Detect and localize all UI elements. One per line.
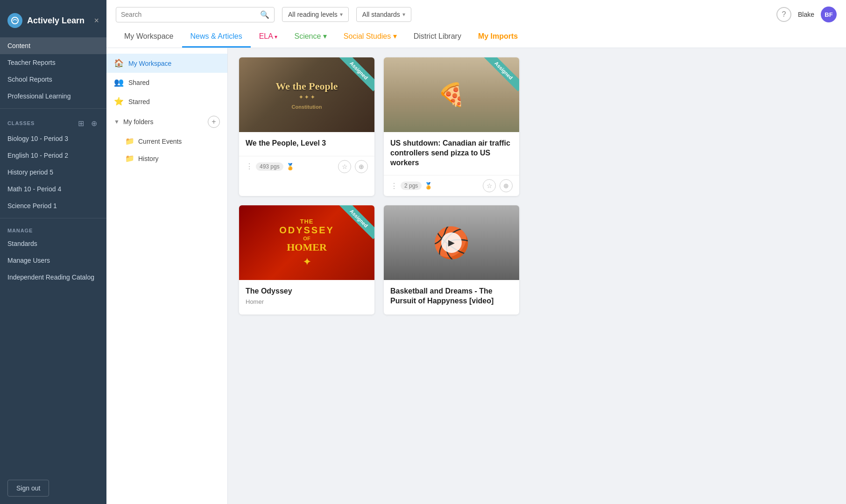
card-body-we-the-people: We the People, Level 3 — [239, 132, 374, 156]
card-title-us-shutdown: US shutdown: Canadian air traffic contro… — [390, 139, 513, 168]
card-image-odyssey: THE ODYSSEY OF HOMER ✦ — [239, 205, 374, 280]
card-body-odyssey: The Odyssey Homer — [239, 280, 374, 315]
panel-item-history[interactable]: 📁 History — [106, 150, 227, 167]
sidebar-item-manage-users[interactable]: Manage Users — [0, 252, 106, 269]
sidebar-item-content[interactable]: Content — [0, 37, 106, 54]
we-the-people-menu-icon[interactable]: ⋮ — [246, 162, 253, 171]
reading-level-arrow-icon: ▾ — [340, 11, 343, 18]
topbar-row1: 🔍 All reading levels ▾ All standards ▾ ?… — [116, 7, 837, 22]
help-icon[interactable]: ? — [776, 7, 791, 22]
card-footer-us-shutdown: ⋮ 2 pgs 🏅 ☆ ⊕ — [384, 175, 519, 196]
assigned-ribbon-odyssey — [332, 205, 374, 247]
card-image-basketball: 🏀 ▶ — [384, 205, 519, 280]
tab-news-articles[interactable]: News & Articles — [182, 28, 251, 48]
card-subtitle-odyssey: Homer — [246, 298, 368, 305]
topbar: 🔍 All reading levels ▾ All standards ▾ ?… — [106, 0, 846, 48]
tab-science[interactable]: Science ▾ — [286, 28, 335, 48]
sidebar-item-teacher-reports-label: Teacher Reports — [7, 59, 56, 66]
sidebar-header: Actively Learn × — [0, 0, 106, 37]
card-us-shutdown[interactable]: 🍕 US shutdown: Canadian air traffic cont… — [384, 57, 519, 196]
sidebar-item-english-label: English 10 - Period 2 — [7, 152, 68, 159]
history-folder-icon: 📁 — [125, 154, 134, 163]
assigned-ribbon-us-shutdown — [477, 57, 519, 99]
sidebar-item-professional-learning[interactable]: Professional Learning — [0, 88, 106, 105]
tab-ela[interactable]: ELA ▾ — [251, 28, 286, 48]
my-folders-header[interactable]: ▼ My folders + — [106, 111, 227, 133]
panel-item-my-workspace[interactable]: 🏠 My Workspace — [106, 54, 227, 73]
reading-level-label: All reading levels — [288, 11, 338, 18]
sidebar-item-science[interactable]: Science Period 1 — [0, 197, 106, 214]
search-box[interactable]: 🔍 — [116, 7, 275, 22]
history-label: History — [138, 155, 159, 162]
manage-section-header: MANAGE — [0, 222, 106, 235]
sidebar-close-icon[interactable]: × — [94, 16, 99, 26]
we-the-people-constitution: Constitution — [292, 104, 322, 110]
panel-item-shared[interactable]: 👥 Shared — [106, 73, 227, 92]
classes-action-icon[interactable]: ⊕ — [89, 118, 99, 128]
we-the-people-image-sub: ✦ ✦ ✦ — [299, 94, 314, 100]
sidebar-item-school-reports[interactable]: School Reports — [0, 71, 106, 88]
sidebar-item-biology[interactable]: Biology 10 - Period 3 — [0, 130, 106, 147]
sign-out-area: Sign out — [0, 472, 106, 504]
my-workspace-icon: 🏠 — [114, 58, 124, 68]
odyssey-title-text2: ODYSSEY — [279, 225, 334, 236]
user-avatar[interactable]: BF — [821, 7, 837, 22]
reading-level-filter[interactable]: All reading levels ▾ — [282, 7, 349, 22]
panel-item-starred[interactable]: ⭐ Starred — [106, 92, 227, 111]
sidebar-item-history-label: History period 5 — [7, 168, 53, 176]
sidebar-item-history[interactable]: History period 5 — [0, 164, 106, 181]
my-folders-left: ▼ My folders — [114, 118, 153, 126]
tab-my-workspace[interactable]: My Workspace — [116, 28, 182, 48]
tab-social-studies[interactable]: Social Studies ▾ — [335, 28, 405, 48]
odyssey-homer-text: HOMER — [287, 241, 327, 253]
panel-item-current-events[interactable]: 📁 Current Events — [106, 133, 227, 150]
card-odyssey[interactable]: THE ODYSSEY OF HOMER ✦ The Odyssey Homer — [239, 205, 374, 315]
main-area: 🔍 All reading levels ▾ All standards ▾ ?… — [106, 0, 846, 504]
sidebar-item-content-label: Content — [7, 42, 30, 49]
sidebar-item-standards[interactable]: Standards — [0, 235, 106, 252]
tab-my-imports[interactable]: My Imports — [470, 28, 526, 48]
we-the-people-pages: 493 pgs — [256, 162, 283, 171]
sidebar-item-math[interactable]: Math 10 - Period 4 — [0, 181, 106, 197]
odyssey-of-text: OF — [303, 236, 310, 241]
search-input[interactable] — [121, 11, 257, 18]
app-logo: Actively Learn — [7, 13, 85, 28]
tab-district-library[interactable]: District Library — [405, 28, 470, 48]
sidebar-item-professional-learning-label: Professional Learning — [7, 92, 70, 100]
card-body-us-shutdown: US shutdown: Canadian air traffic contro… — [384, 132, 519, 175]
standards-filter[interactable]: All standards ▾ — [356, 7, 411, 22]
add-class-icon[interactable]: ⊞ — [76, 118, 86, 128]
classes-section-label: CLASSES — [7, 120, 35, 126]
us-shutdown-pages: 2 pgs — [401, 182, 422, 190]
card-title-we-the-people: We the People, Level 3 — [246, 139, 368, 148]
we-the-people-star-button[interactable]: ☆ — [338, 160, 351, 173]
sidebar-item-science-label: Science Period 1 — [7, 202, 57, 210]
divider-classes — [0, 108, 106, 109]
sidebar-item-reading-catalog[interactable]: Independent Reading Catalog — [0, 269, 106, 286]
left-panel: 🏠 My Workspace 👥 Shared ⭐ Starred ▼ My f… — [106, 48, 228, 504]
standards-arrow-icon: ▾ — [402, 11, 405, 18]
panel-item-starred-label: Starred — [128, 98, 150, 105]
card-actions-we-the-people: ☆ ⊕ — [338, 160, 368, 173]
topbar-right: ? Blake BF — [776, 7, 837, 22]
card-we-the-people[interactable]: We the People ✦ ✦ ✦ Constitution We the … — [239, 57, 374, 196]
sign-out-button[interactable]: Sign out — [7, 480, 49, 497]
sidebar-item-english[interactable]: English 10 - Period 2 — [0, 147, 106, 164]
add-folder-button[interactable]: + — [208, 116, 220, 128]
current-events-label: Current Events — [138, 138, 182, 145]
play-button[interactable]: ▶ — [441, 232, 462, 253]
search-icon: 🔍 — [260, 10, 269, 19]
app-logo-icon — [7, 13, 22, 28]
sidebar-item-school-reports-label: School Reports — [7, 76, 52, 83]
odyssey-title-text: THE — [300, 218, 314, 225]
card-basketball[interactable]: 🏀 ▶ Basketball and Dreams - The Pursuit … — [384, 205, 519, 315]
we-the-people-add-button[interactable]: ⊕ — [355, 160, 368, 173]
sidebar-item-teacher-reports[interactable]: Teacher Reports — [0, 54, 106, 71]
us-shutdown-add-button[interactable]: ⊕ — [500, 179, 513, 192]
us-shutdown-menu-icon[interactable]: ⋮ — [390, 182, 398, 190]
card-title-odyssey: The Odyssey — [246, 287, 368, 296]
my-folders-label: My folders — [123, 118, 154, 126]
card-meta-we-the-people: ⋮ 493 pgs 🏅 — [246, 162, 294, 171]
standards-label: All standards — [362, 11, 400, 18]
us-shutdown-star-button[interactable]: ☆ — [483, 179, 496, 192]
